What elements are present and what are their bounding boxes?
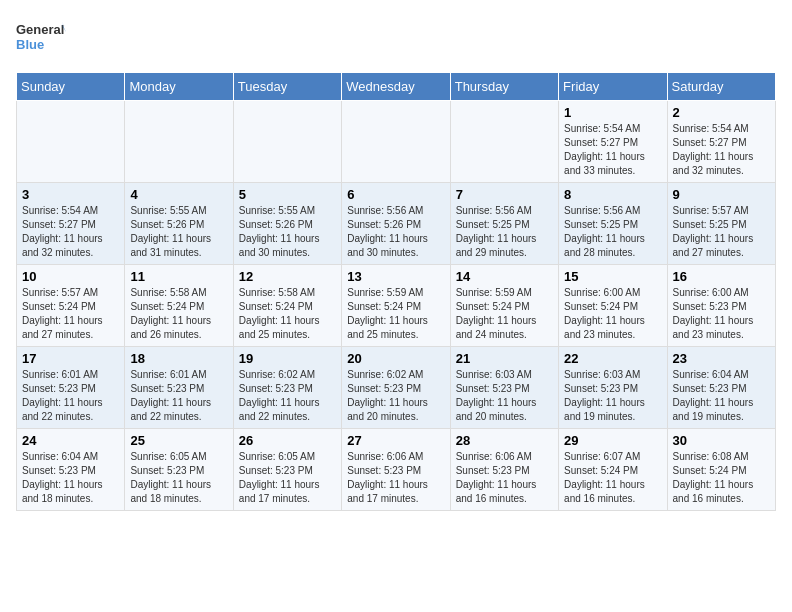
weekday-header-monday: Monday — [125, 73, 233, 101]
day-detail: Sunrise: 5:54 AM Sunset: 5:27 PM Dayligh… — [22, 204, 119, 260]
day-detail: Sunrise: 5:58 AM Sunset: 5:24 PM Dayligh… — [130, 286, 227, 342]
day-detail: Sunrise: 6:08 AM Sunset: 5:24 PM Dayligh… — [673, 450, 770, 506]
day-cell-empty-2 — [233, 101, 341, 183]
day-cell-23: 23 Sunrise: 6:04 AM Sunset: 5:23 PM Dayl… — [667, 347, 775, 429]
day-cell-empty-0 — [17, 101, 125, 183]
day-number: 11 — [130, 269, 227, 284]
weekday-header-friday: Friday — [559, 73, 667, 101]
week-row-2: 3 Sunrise: 5:54 AM Sunset: 5:27 PM Dayli… — [17, 183, 776, 265]
day-cell-25: 25 Sunrise: 6:05 AM Sunset: 5:23 PM Dayl… — [125, 429, 233, 511]
day-cell-20: 20 Sunrise: 6:02 AM Sunset: 5:23 PM Dayl… — [342, 347, 450, 429]
day-detail: Sunrise: 6:06 AM Sunset: 5:23 PM Dayligh… — [456, 450, 553, 506]
day-cell-5: 5 Sunrise: 5:55 AM Sunset: 5:26 PM Dayli… — [233, 183, 341, 265]
week-row-5: 24 Sunrise: 6:04 AM Sunset: 5:23 PM Dayl… — [17, 429, 776, 511]
week-row-4: 17 Sunrise: 6:01 AM Sunset: 5:23 PM Dayl… — [17, 347, 776, 429]
day-detail: Sunrise: 6:05 AM Sunset: 5:23 PM Dayligh… — [130, 450, 227, 506]
week-row-3: 10 Sunrise: 5:57 AM Sunset: 5:24 PM Dayl… — [17, 265, 776, 347]
day-cell-29: 29 Sunrise: 6:07 AM Sunset: 5:24 PM Dayl… — [559, 429, 667, 511]
day-detail: Sunrise: 5:56 AM Sunset: 5:25 PM Dayligh… — [564, 204, 661, 260]
day-number: 6 — [347, 187, 444, 202]
day-detail: Sunrise: 6:06 AM Sunset: 5:23 PM Dayligh… — [347, 450, 444, 506]
day-number: 3 — [22, 187, 119, 202]
day-detail: Sunrise: 5:56 AM Sunset: 5:26 PM Dayligh… — [347, 204, 444, 260]
day-cell-18: 18 Sunrise: 6:01 AM Sunset: 5:23 PM Dayl… — [125, 347, 233, 429]
day-number: 27 — [347, 433, 444, 448]
weekday-header-sunday: Sunday — [17, 73, 125, 101]
day-cell-7: 7 Sunrise: 5:56 AM Sunset: 5:25 PM Dayli… — [450, 183, 558, 265]
day-detail: Sunrise: 6:00 AM Sunset: 5:23 PM Dayligh… — [673, 286, 770, 342]
day-cell-3: 3 Sunrise: 5:54 AM Sunset: 5:27 PM Dayli… — [17, 183, 125, 265]
day-cell-26: 26 Sunrise: 6:05 AM Sunset: 5:23 PM Dayl… — [233, 429, 341, 511]
day-number: 8 — [564, 187, 661, 202]
logo-svg: General Blue — [16, 16, 66, 60]
day-cell-15: 15 Sunrise: 6:00 AM Sunset: 5:24 PM Dayl… — [559, 265, 667, 347]
day-cell-2: 2 Sunrise: 5:54 AM Sunset: 5:27 PM Dayli… — [667, 101, 775, 183]
day-number: 10 — [22, 269, 119, 284]
day-number: 22 — [564, 351, 661, 366]
day-number: 4 — [130, 187, 227, 202]
day-detail: Sunrise: 6:02 AM Sunset: 5:23 PM Dayligh… — [347, 368, 444, 424]
day-detail: Sunrise: 6:03 AM Sunset: 5:23 PM Dayligh… — [564, 368, 661, 424]
day-number: 23 — [673, 351, 770, 366]
day-detail: Sunrise: 6:04 AM Sunset: 5:23 PM Dayligh… — [673, 368, 770, 424]
day-detail: Sunrise: 5:57 AM Sunset: 5:24 PM Dayligh… — [22, 286, 119, 342]
day-number: 21 — [456, 351, 553, 366]
week-row-1: 1 Sunrise: 5:54 AM Sunset: 5:27 PM Dayli… — [17, 101, 776, 183]
day-cell-19: 19 Sunrise: 6:02 AM Sunset: 5:23 PM Dayl… — [233, 347, 341, 429]
day-detail: Sunrise: 5:55 AM Sunset: 5:26 PM Dayligh… — [130, 204, 227, 260]
day-cell-13: 13 Sunrise: 5:59 AM Sunset: 5:24 PM Dayl… — [342, 265, 450, 347]
day-detail: Sunrise: 6:01 AM Sunset: 5:23 PM Dayligh… — [130, 368, 227, 424]
day-cell-14: 14 Sunrise: 5:59 AM Sunset: 5:24 PM Dayl… — [450, 265, 558, 347]
day-cell-8: 8 Sunrise: 5:56 AM Sunset: 5:25 PM Dayli… — [559, 183, 667, 265]
page-header: General Blue — [16, 16, 776, 60]
day-detail: Sunrise: 6:02 AM Sunset: 5:23 PM Dayligh… — [239, 368, 336, 424]
day-detail: Sunrise: 6:00 AM Sunset: 5:24 PM Dayligh… — [564, 286, 661, 342]
weekday-header-wednesday: Wednesday — [342, 73, 450, 101]
weekday-header-saturday: Saturday — [667, 73, 775, 101]
day-cell-16: 16 Sunrise: 6:00 AM Sunset: 5:23 PM Dayl… — [667, 265, 775, 347]
day-detail: Sunrise: 5:56 AM Sunset: 5:25 PM Dayligh… — [456, 204, 553, 260]
day-cell-9: 9 Sunrise: 5:57 AM Sunset: 5:25 PM Dayli… — [667, 183, 775, 265]
day-cell-10: 10 Sunrise: 5:57 AM Sunset: 5:24 PM Dayl… — [17, 265, 125, 347]
day-cell-21: 21 Sunrise: 6:03 AM Sunset: 5:23 PM Dayl… — [450, 347, 558, 429]
day-number: 26 — [239, 433, 336, 448]
day-detail: Sunrise: 6:05 AM Sunset: 5:23 PM Dayligh… — [239, 450, 336, 506]
day-number: 28 — [456, 433, 553, 448]
weekday-header-thursday: Thursday — [450, 73, 558, 101]
day-number: 16 — [673, 269, 770, 284]
day-detail: Sunrise: 6:03 AM Sunset: 5:23 PM Dayligh… — [456, 368, 553, 424]
day-detail: Sunrise: 5:55 AM Sunset: 5:26 PM Dayligh… — [239, 204, 336, 260]
day-cell-1: 1 Sunrise: 5:54 AM Sunset: 5:27 PM Dayli… — [559, 101, 667, 183]
day-number: 20 — [347, 351, 444, 366]
day-detail: Sunrise: 6:07 AM Sunset: 5:24 PM Dayligh… — [564, 450, 661, 506]
weekday-header-row: SundayMondayTuesdayWednesdayThursdayFrid… — [17, 73, 776, 101]
day-detail: Sunrise: 5:54 AM Sunset: 5:27 PM Dayligh… — [673, 122, 770, 178]
day-number: 5 — [239, 187, 336, 202]
day-number: 19 — [239, 351, 336, 366]
day-number: 14 — [456, 269, 553, 284]
day-cell-22: 22 Sunrise: 6:03 AM Sunset: 5:23 PM Dayl… — [559, 347, 667, 429]
day-cell-4: 4 Sunrise: 5:55 AM Sunset: 5:26 PM Dayli… — [125, 183, 233, 265]
day-cell-30: 30 Sunrise: 6:08 AM Sunset: 5:24 PM Dayl… — [667, 429, 775, 511]
svg-text:Blue: Blue — [16, 37, 44, 52]
day-detail: Sunrise: 6:04 AM Sunset: 5:23 PM Dayligh… — [22, 450, 119, 506]
day-detail: Sunrise: 5:59 AM Sunset: 5:24 PM Dayligh… — [456, 286, 553, 342]
day-cell-empty-4 — [450, 101, 558, 183]
day-detail: Sunrise: 5:59 AM Sunset: 5:24 PM Dayligh… — [347, 286, 444, 342]
day-cell-empty-3 — [342, 101, 450, 183]
day-detail: Sunrise: 6:01 AM Sunset: 5:23 PM Dayligh… — [22, 368, 119, 424]
day-cell-24: 24 Sunrise: 6:04 AM Sunset: 5:23 PM Dayl… — [17, 429, 125, 511]
day-detail: Sunrise: 5:57 AM Sunset: 5:25 PM Dayligh… — [673, 204, 770, 260]
day-number: 18 — [130, 351, 227, 366]
day-cell-6: 6 Sunrise: 5:56 AM Sunset: 5:26 PM Dayli… — [342, 183, 450, 265]
day-detail: Sunrise: 5:58 AM Sunset: 5:24 PM Dayligh… — [239, 286, 336, 342]
day-cell-27: 27 Sunrise: 6:06 AM Sunset: 5:23 PM Dayl… — [342, 429, 450, 511]
day-cell-17: 17 Sunrise: 6:01 AM Sunset: 5:23 PM Dayl… — [17, 347, 125, 429]
day-cell-empty-1 — [125, 101, 233, 183]
day-number: 24 — [22, 433, 119, 448]
day-number: 7 — [456, 187, 553, 202]
day-cell-11: 11 Sunrise: 5:58 AM Sunset: 5:24 PM Dayl… — [125, 265, 233, 347]
day-number: 2 — [673, 105, 770, 120]
day-number: 15 — [564, 269, 661, 284]
weekday-header-tuesday: Tuesday — [233, 73, 341, 101]
